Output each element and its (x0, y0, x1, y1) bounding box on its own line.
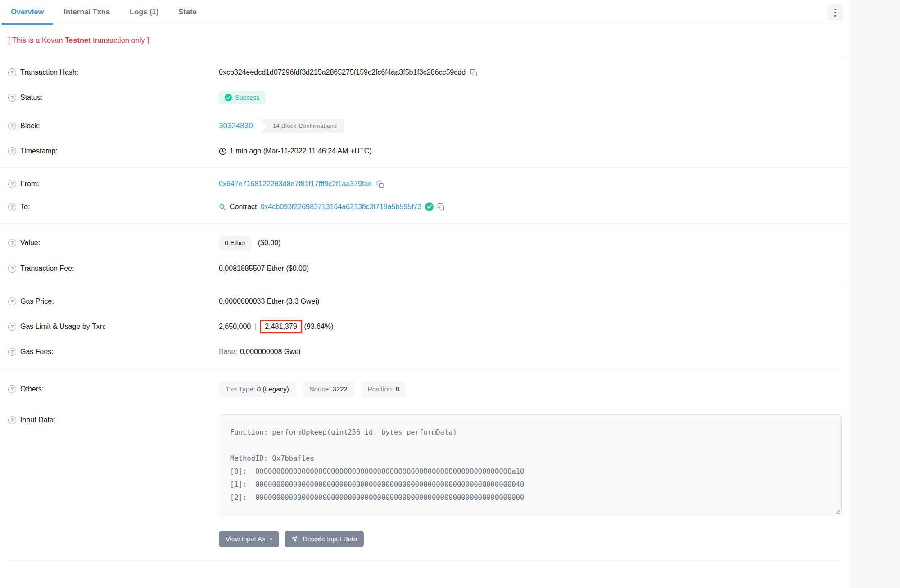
tab-internal-txns[interactable]: Internal Txns (54, 0, 119, 25)
magnifier-icon[interactable] (219, 203, 226, 211)
gas-fees-label: Gas Fees: (20, 348, 54, 356)
clock-icon (219, 148, 226, 155)
others-label: Others: (20, 385, 44, 393)
block-number-link[interactable]: 30324830 (219, 121, 253, 130)
gas-used-annotation-box: 2,481,379 (260, 320, 302, 333)
input-data-content: Function: performUpkeep(uint256 id, byte… (230, 426, 831, 504)
row-others: ? Others: Txn Type: 0 (Legacy) Nonce: 32… (0, 373, 850, 404)
timestamp-value: 1 min ago (Mar-11-2022 11:46:24 AM +UTC) (230, 147, 372, 155)
gas-fees-base-label: Base: (219, 348, 237, 356)
copy-to-address-button[interactable] (437, 203, 445, 211)
help-icon[interactable]: ? (8, 416, 16, 424)
kebab-menu-icon (834, 9, 836, 17)
txn-type-label: Txn Type: (226, 385, 257, 393)
section-overview-top: ? Transaction Hash: 0xcb324eedcd1d07296f… (0, 56, 850, 167)
copy-hash-button[interactable] (470, 69, 478, 76)
status-badge: Success (219, 91, 266, 104)
testnet-warning: [ This is a Kovan Testnet transaction on… (0, 25, 850, 56)
help-icon[interactable]: ? (8, 94, 16, 102)
copy-icon (470, 69, 478, 76)
decode-icon (291, 535, 298, 543)
row-block: ? Block: 30324830 14 Block Confirmations (0, 112, 850, 140)
gas-price-label: Gas Price: (20, 297, 54, 305)
to-address-link[interactable]: 0x4cb093f226983713164a62138c3f718a5b595f… (260, 203, 421, 211)
position-value: 8 (395, 385, 399, 393)
transaction-fee-value: 0.0081885507 Ether ($0.00) (219, 265, 309, 273)
value-usd: ($0.00) (258, 239, 281, 247)
gas-used-value: 2,481,379 (265, 323, 297, 330)
block-confirmations-badge: 14 Block Confirmations (260, 119, 344, 133)
row-gas-price: ? Gas Price: 0.0000000033 Ether (3.3 Gwe… (0, 290, 850, 313)
from-label: From: (20, 180, 39, 188)
decode-input-data-button[interactable]: Decode Input Data (285, 531, 364, 547)
warning-text-bold: Testnet (65, 36, 90, 44)
bottom-divider (8, 560, 841, 561)
gas-limit-value: 2,650,000 (219, 323, 251, 331)
row-input-data: ? Input Data: Function: performUpkeep(ui… (0, 404, 850, 523)
section-value-fee: ? Value: 0 Ether ($0.00) ? Transaction F… (0, 223, 850, 285)
verified-check-icon (425, 202, 434, 211)
gas-price-value: 0.0000000033 Ether (3.3 Gwei) (219, 297, 319, 305)
transaction-fee-label: Transaction Fee: (20, 265, 74, 273)
position-badge: Position: 8 (361, 381, 406, 397)
copy-icon (376, 180, 384, 188)
position-label: Position: (368, 385, 396, 393)
nonce-value: 3222 (332, 385, 347, 393)
input-data-actions: View Input As ▾ Decode Input Data (219, 531, 850, 547)
chevron-down-icon: ▾ (270, 536, 273, 542)
success-check-icon (225, 94, 232, 101)
row-transaction-fee: ? Transaction Fee: 0.0081885507 Ether ($… (0, 257, 850, 280)
status-text: Success (235, 94, 260, 101)
decode-input-data-label: Decode Input Data (303, 535, 357, 543)
timestamp-label: Timestamp: (20, 147, 58, 155)
from-address-link[interactable]: 0x647e7168122263d8e7f81f17fff9c2f1aa379f… (219, 180, 372, 188)
warning-text-suffix: transaction only ] (91, 36, 149, 44)
input-data-box[interactable]: Function: performUpkeep(uint256 id, byte… (219, 414, 842, 516)
view-input-as-button[interactable]: View Input As ▾ (219, 531, 279, 547)
block-label: Block: (20, 122, 40, 130)
tab-state[interactable]: State (169, 0, 205, 25)
help-icon[interactable]: ? (8, 203, 16, 211)
section-others-input: ? Others: Txn Type: 0 (Legacy) Nonce: 32… (0, 368, 850, 566)
copy-from-address-button[interactable] (376, 180, 384, 188)
nonce-label: Nonce: (309, 385, 333, 393)
help-icon[interactable]: ? (8, 265, 16, 273)
tab-bar: Overview Internal Txns Logs (1) State (0, 0, 850, 25)
row-to: ? To: Contract 0x4cb093f226983713164a621… (0, 195, 850, 218)
row-gas-limit-usage: ? Gas Limit & Usage by Txn: 2,650,000 | … (0, 313, 850, 341)
to-label: To: (20, 203, 30, 211)
txn-type-badge: Txn Type: 0 (Legacy) (219, 381, 296, 397)
transaction-details-card: Overview Internal Txns Logs (1) State [ … (0, 0, 850, 588)
copy-icon (437, 203, 445, 211)
row-status: ? Status: Success (0, 84, 850, 112)
to-contract-word: Contract (230, 203, 257, 211)
nonce-badge: Nonce: 3222 (303, 381, 354, 397)
help-icon[interactable]: ? (8, 122, 16, 130)
resize-handle[interactable] (834, 508, 840, 514)
kebab-menu-button[interactable] (827, 4, 843, 21)
row-from: ? From: 0x647e7168122263d8e7f81f17fff9c2… (0, 173, 850, 195)
help-icon[interactable]: ? (8, 385, 16, 393)
tab-logs[interactable]: Logs (1) (121, 0, 167, 25)
txn-type-value: 0 (Legacy) (257, 385, 289, 393)
help-icon[interactable]: ? (8, 323, 16, 331)
row-transaction-hash: ? Transaction Hash: 0xcb324eedcd1d07296f… (0, 61, 850, 84)
input-data-label: Input Data: (20, 416, 55, 424)
help-icon[interactable]: ? (8, 297, 16, 305)
help-icon[interactable]: ? (8, 239, 16, 247)
section-gas: ? Gas Price: 0.0000000033 Ether (3.3 Gwe… (0, 285, 850, 368)
row-timestamp: ? Timestamp: 1 min ago (Mar-11-2022 11:4… (0, 140, 850, 162)
view-input-as-label: View Input As (226, 535, 265, 543)
transaction-hash-value: 0xcb324eedcd1d07296fdf3d215a2865275f159c… (219, 68, 466, 76)
help-icon[interactable]: ? (8, 147, 16, 155)
help-icon[interactable]: ? (8, 68, 16, 76)
section-addresses: ? From: 0x647e7168122263d8e7f81f17fff9c2… (0, 167, 850, 223)
tab-overview[interactable]: Overview (2, 0, 53, 25)
help-icon[interactable]: ? (8, 180, 16, 188)
row-gas-fees: ? Gas Fees: Base: 0.000000008 Gwei (0, 341, 850, 363)
gas-limit-usage-label: Gas Limit & Usage by Txn: (20, 323, 106, 331)
gas-used-percent: (93.64%) (304, 323, 334, 331)
value-label: Value: (20, 239, 40, 247)
help-icon[interactable]: ? (8, 348, 16, 356)
gas-separator: | (251, 323, 260, 331)
